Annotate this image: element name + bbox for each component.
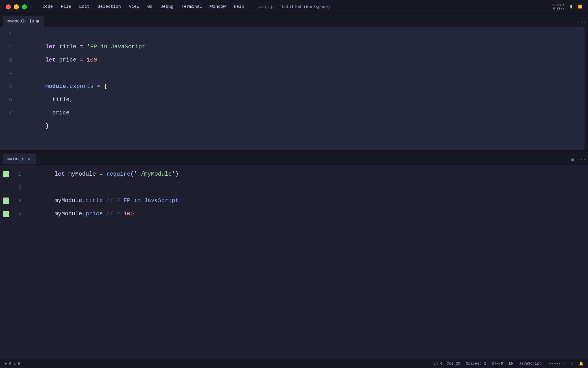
editor-tab-bar: myModule.js ··· — [0, 14, 588, 27]
language-mode[interactable]: JavaScript — [519, 361, 541, 366]
bottom-tab-label: main.js — [7, 157, 24, 161]
repl-line-number-1: 1 — [12, 171, 27, 177]
menu-view[interactable]: View — [125, 3, 143, 10]
minimize-button[interactable] — [14, 4, 19, 9]
line-number-3: 3 — [3, 57, 18, 63]
repl-content: 1 let myModule = require('./myModule') 2… — [0, 165, 588, 223]
menu-terminal[interactable]: Terminal — [177, 3, 206, 10]
editor-tab-mymodule[interactable]: myModule.js — [3, 16, 44, 27]
line-number-1: 1 — [3, 31, 18, 37]
maximize-button[interactable] — [22, 4, 27, 9]
line-3-content — [18, 53, 21, 67]
line-number-4: 4 — [3, 70, 18, 76]
status-right: Ln 4, Col 20 Spaces: 2 UTF-8 LF JavaScri… — [433, 361, 583, 366]
menu-code[interactable]: Code — [38, 3, 57, 10]
traffic-lights — [6, 4, 27, 9]
code-line-1: 1 let title = 'FP in JavaScript' — [0, 27, 588, 40]
repl-line-4: 4 myModule.price // ? 100 — [0, 207, 588, 221]
menu-file[interactable]: File — [57, 3, 75, 10]
menu-help[interactable]: Help — [230, 3, 248, 10]
wifi-icon: 📶 — [578, 5, 582, 9]
bottom-panel: main.js × ⊞ ··· 1 let myModule = require… — [0, 152, 588, 223]
error-count[interactable]: ⊗ 0 ⚠ 0 — [5, 361, 20, 366]
editor-tab-label: myModule.js — [7, 19, 34, 24]
repl-line-4-content: myModule.price // ? 100 — [27, 194, 134, 234]
layout-indicator[interactable]: [-----=] — [547, 361, 565, 366]
error-icon: ⊗ — [5, 362, 7, 366]
line-number-2: 2 — [3, 44, 18, 50]
window-title: main.js — Untitled (Workspace) — [258, 5, 330, 9]
repl-line-number-2: 2 — [12, 185, 27, 190]
titlebar-right: 1 KB/s 0 KB/s 🔋 📶 — [553, 3, 582, 10]
close-button[interactable] — [6, 4, 11, 9]
notification-bell-icon[interactable]: 🔔 — [579, 361, 583, 366]
menu-selection[interactable]: Selection — [94, 3, 125, 10]
bottom-more-actions-button[interactable]: ··· — [578, 156, 585, 163]
smiley-icon[interactable]: ☺ — [571, 361, 573, 366]
status-bar: ⊗ 0 ⚠ 0 Ln 4, Col 20 Spaces: 2 UTF-8 LF … — [0, 359, 588, 368]
repl-indicator-4 — [3, 211, 9, 217]
menu-go[interactable]: Go — [143, 3, 156, 10]
editor-tab-actions: ··· — [578, 19, 585, 27]
menu-edit[interactable]: Edit — [75, 3, 94, 10]
menu-window[interactable]: Window — [206, 3, 230, 10]
status-left: ⊗ 0 ⚠ 0 — [5, 361, 20, 366]
repl-line-1: 1 let myModule = require('./myModule') — [0, 168, 588, 181]
repl-indicator-3 — [3, 198, 9, 204]
editor-pane: 1 let title = 'FP in JavaScript' 2 let p… — [0, 27, 588, 151]
line-number-5: 5 — [3, 84, 18, 89]
repl-line-number-4: 4 — [12, 211, 27, 217]
indentation[interactable]: Spaces: 2 — [466, 361, 486, 366]
menu-debug[interactable]: Debug — [156, 3, 177, 10]
menu-bar: Code File Edit Selection View Go Debug T… — [38, 3, 248, 10]
eol[interactable]: LF — [509, 361, 513, 366]
split-editor-button[interactable]: ⊞ — [569, 156, 576, 163]
line-number-6: 6 — [3, 97, 18, 103]
repl-indicator-1 — [3, 171, 9, 177]
titlebar: Code File Edit Selection View Go Debug T… — [0, 0, 588, 14]
network-speed: 1 KB/s 0 KB/s — [553, 3, 564, 10]
bottom-tab-actions: ⊞ ··· — [569, 156, 585, 164]
code-line-7: 7 } — [0, 106, 588, 120]
code-container[interactable]: 1 let title = 'FP in JavaScript' 2 let p… — [0, 27, 588, 150]
repl-line-number-3: 3 — [12, 198, 27, 204]
line-number-7: 7 — [3, 110, 18, 116]
encoding[interactable]: UTF-8 — [492, 361, 503, 366]
battery-icon: 🔋 — [569, 5, 573, 9]
code-line-2: 2 let price = 100 — [0, 40, 588, 53]
more-actions-button[interactable]: ··· — [578, 19, 585, 26]
warning-icon: ⚠ — [13, 362, 16, 366]
code-line-4: 4 module.exports = { — [0, 67, 588, 80]
cursor-position[interactable]: Ln 4, Col 20 — [433, 361, 460, 366]
tab-unsaved-dot — [36, 20, 39, 23]
editor-scrollbar[interactable] — [585, 27, 588, 150]
line-7-content: } — [18, 106, 49, 146]
